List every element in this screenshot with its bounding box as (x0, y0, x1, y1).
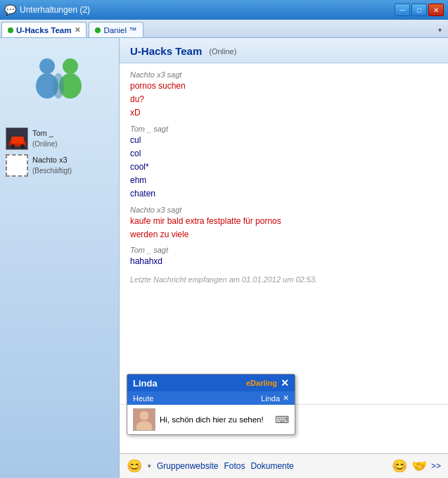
tab-uhacks[interactable]: U-Hacks Team ✕ (1, 22, 87, 37)
popup-subheader-right: Linda ✕ (261, 394, 289, 403)
svg-point-2 (63, 58, 78, 74)
popup-body: Hi, schön dich hier zu sehen! ⌨ (127, 405, 295, 434)
popup-close-button[interactable]: ✕ (281, 377, 289, 389)
last-message-info: Letzte Nachricht empfangen am 01.01.2012… (130, 275, 437, 284)
member-name-tom: Tom _ (32, 128, 58, 139)
chat-header: U-Hacks Team (Online) (120, 38, 448, 63)
message-group-3: Tom _ sagt hahahxd (130, 246, 437, 268)
message-text-2-0: kaufe mir bald extra festplatte für porn… (130, 215, 437, 228)
title-bar-controls: ─ □ ✕ (395, 4, 444, 16)
message-sender-2: Nachto x3 sagt (130, 206, 437, 214)
member-status-tom: (Online) (32, 139, 58, 149)
message-group-2: Nachto x3 sagt kaufe mir bald extra fest… (130, 206, 437, 241)
popup-date-label: Heute (133, 394, 153, 403)
more-button[interactable]: >> (431, 461, 441, 471)
tab-uhacks-close[interactable]: ✕ (75, 26, 80, 34)
svg-point-4 (53, 73, 64, 99)
tab-bar: U-Hacks Team ✕ Daniel ™ ▾ (0, 20, 448, 38)
svg-rect-7 (11, 137, 24, 144)
chat-toolbar: 😊 ▾ Gruppenwebsite Fotos Dokumente 😊 🤝 >… (120, 453, 448, 478)
tab-uhacks-label: U-Hacks Team (16, 26, 71, 34)
popup-edarling: Linda eDarling ✕ Heute Linda ✕ (127, 374, 295, 435)
member-avatar-tom (6, 127, 28, 150)
popup-input-icon[interactable]: ⌨ (275, 414, 289, 425)
emoji-wink-button[interactable]: 😊 (392, 458, 407, 474)
svg-point-11 (139, 411, 148, 420)
message-group-1: Tom _ sagt cul col cool* ehm chaten (130, 125, 437, 201)
tab-daniel-dot (95, 27, 101, 33)
toolbar-end: 😊 🤝 >> (392, 458, 441, 474)
popup-subheader: Heute Linda ✕ (127, 391, 295, 405)
message-text-1-4: chaten (130, 187, 437, 201)
tab-daniel[interactable]: Daniel ™ (89, 22, 143, 37)
svg-point-9 (20, 144, 25, 149)
message-text-0-0: pornos suchen (130, 80, 437, 93)
message-text-0-2: xD (130, 106, 437, 120)
edarling-label: eDarling (246, 379, 277, 387)
group-icon-area (0, 38, 119, 122)
main-window: Tom _ (Online) Nachto x3 (Beschäftigt) U… (0, 38, 448, 478)
message-text-1-0: cul (130, 134, 437, 147)
tab-status-dot (8, 27, 13, 33)
member-status-nachto: (Beschäftigt) (32, 166, 72, 176)
popup-subheader-close[interactable]: ✕ (283, 394, 289, 403)
popup-subheader-name: Linda (261, 394, 280, 403)
message-group-0: Nachto x3 sagt pornos suchen du? xD (130, 70, 437, 120)
title-bar-text: Unterhaltungen (2) (20, 5, 395, 15)
emoji-dropdown-arrow[interactable]: ▾ (148, 463, 151, 470)
chat-status-badge: (Online) (209, 47, 236, 56)
message-text-2-1: werden zu viele (130, 228, 437, 241)
popup-brand-label: eDarling (246, 379, 277, 387)
member-item-nachto[interactable]: Nachto x3 (Beschäftigt) (3, 152, 116, 179)
messages-area: Nachto x3 sagt pornos suchen du? xD Tom … (120, 63, 448, 404)
member-name-nachto: Nachto x3 (32, 155, 72, 165)
member-info-nachto: Nachto x3 (Beschäftigt) (32, 155, 72, 175)
member-info-tom: Tom _ (Online) (32, 128, 58, 149)
member-list: Tom _ (Online) Nachto x3 (Beschäftigt) (0, 122, 119, 478)
svg-point-0 (39, 58, 55, 74)
message-text-1-1: col (130, 147, 437, 161)
chat-title: U-Hacks Team (130, 45, 202, 57)
tab-dropdown-button[interactable]: ▾ (433, 22, 447, 37)
message-sender-3: Tom _ sagt (130, 246, 437, 254)
maximize-button[interactable]: □ (411, 4, 427, 16)
handshake-icon[interactable]: 🤝 (411, 458, 427, 474)
message-text-1-2: cool* (130, 161, 437, 174)
fotos-button[interactable]: Fotos (224, 461, 245, 471)
popup-header: Linda eDarling ✕ (127, 375, 295, 391)
message-sender-1: Tom _ sagt (130, 125, 437, 133)
message-text-1-3: ehm (130, 174, 437, 187)
member-item-tom[interactable]: Tom _ (Online) (3, 125, 116, 152)
popup-header-right: eDarling ✕ (246, 377, 289, 389)
member-avatar-nachto (6, 154, 28, 177)
gruppenwebsite-button[interactable]: Gruppenwebsite (157, 461, 218, 471)
message-sender-0: Nachto x3 sagt (130, 70, 437, 79)
title-bar: 💬 Unterhaltungen (2) ─ □ ✕ (0, 0, 448, 20)
title-bar-icon: 💬 (4, 4, 16, 15)
sidebar: Tom _ (Online) Nachto x3 (Beschäftigt) (0, 38, 120, 478)
group-icon (32, 52, 88, 108)
chat-area: U-Hacks Team (Online) Nachto x3 sagt por… (120, 38, 448, 478)
close-button[interactable]: ✕ (428, 4, 444, 16)
tab-daniel-label: Daniel ™ (103, 26, 136, 34)
popup-message-text: Hi, schön dich hier zu sehen! (160, 415, 271, 424)
message-text-0-1: du? (130, 93, 437, 106)
svg-point-8 (11, 144, 15, 149)
popup-avatar (133, 408, 155, 431)
popup-header-name: Linda (133, 378, 158, 389)
minimize-button[interactable]: ─ (395, 4, 410, 16)
emoji-picker-button[interactable]: 😊 (127, 458, 142, 474)
dokumente-button[interactable]: Dokumente (250, 461, 293, 471)
message-text-3-0: hahahxd (130, 255, 437, 268)
